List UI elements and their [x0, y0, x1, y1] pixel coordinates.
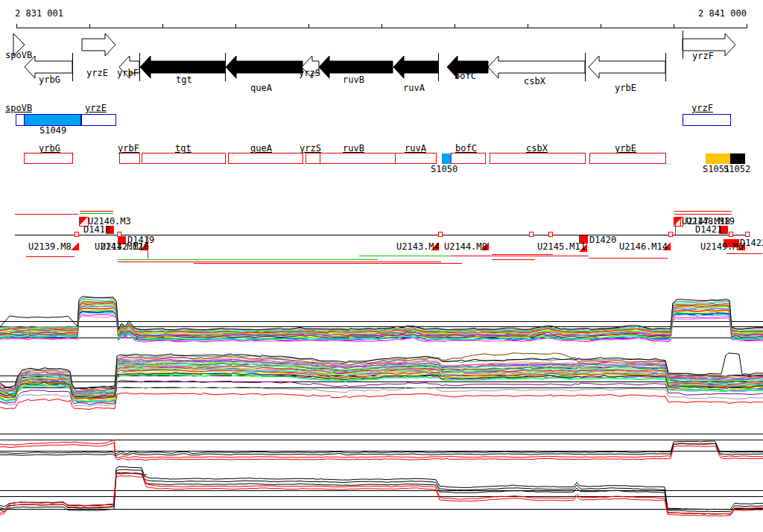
red-feature-box-S1052[interactable] [730, 153, 745, 164]
gene-arrow-queA[interactable] [226, 56, 303, 78]
probe-end-triangle [71, 242, 79, 250]
red-feature-box-yrbE[interactable] [590, 153, 666, 164]
expression-panel-4 [0, 466, 763, 516]
genome-browser: 2 831 001 2 841 000 spoVByrbGyrzEyrbFtgt… [0, 0, 763, 532]
probe-end-triangle [579, 244, 587, 252]
probe-boundary-square [746, 232, 750, 237]
red-feature-box-tgt[interactable] [142, 153, 226, 164]
tracks-canvas [0, 0, 763, 532]
gene-arrow-spoVB[interactable] [13, 34, 25, 56]
expression-panel-3 [0, 434, 763, 475]
gene-arrow-yrbF[interactable] [119, 56, 139, 78]
probe-end-triangle [481, 242, 489, 250]
d-segment-box [106, 226, 114, 234]
gene-arrow-yrzE[interactable] [82, 34, 115, 56]
expression-panel-2 [0, 353, 763, 410]
gene-arrow-yrzF[interactable] [683, 34, 735, 56]
gene-arrow-tgt[interactable] [140, 56, 225, 78]
probe-end-triangle [139, 242, 148, 250]
red-feature-box-yrbF[interactable] [120, 153, 140, 164]
d-segment-box [118, 236, 126, 244]
gene-arrow-yrbG[interactable] [25, 56, 72, 78]
gene-arrow-yrzS[interactable] [302, 56, 319, 78]
probe-boundary-square [549, 232, 553, 237]
probe-boundary-square [439, 232, 443, 237]
d-segment-box [719, 226, 728, 234]
probe-boundary-square [530, 232, 534, 237]
red-feature-box-S1051[interactable] [706, 153, 730, 164]
red-feature-box-ruvA[interactable] [396, 153, 437, 164]
gene-arrow-csbX[interactable] [488, 56, 585, 78]
red-feature-box-bofC[interactable] [452, 153, 486, 164]
blue-feature-box-yrzF[interactable] [683, 115, 731, 126]
probe-boundary-square [729, 232, 733, 237]
d-segment-box [724, 239, 739, 247]
gene-arrow-ruvB[interactable] [319, 56, 393, 78]
gene-arrow-yrbE[interactable] [589, 56, 665, 78]
probe-boundary-square [118, 232, 121, 237]
probe-end-triangle [662, 242, 671, 250]
blue-feature-box-spoVB[interactable] [16, 115, 25, 126]
d-segment-box [579, 235, 588, 244]
probe-end-triangle [431, 242, 439, 250]
red-feature-box-ruvB[interactable] [320, 153, 396, 164]
red-feature-box-yrzS[interactable] [306, 153, 320, 164]
red-feature-box-yrbG[interactable] [25, 153, 73, 164]
expression-panel-1 [0, 297, 763, 342]
red-feature-box-queA[interactable] [229, 153, 303, 164]
blue-feature-box-yrzE[interactable] [82, 115, 116, 126]
red-feature-box-csbX[interactable] [490, 153, 586, 164]
gene-arrow-ruvA[interactable] [393, 56, 438, 78]
red-feature-box-S1050[interactable] [442, 153, 451, 164]
probe-boundary-square [75, 232, 79, 237]
blue-feature-box-S1049[interactable] [25, 115, 81, 126]
gene-arrow-bofC[interactable] [447, 56, 488, 78]
probe-boundary-square [669, 232, 673, 237]
